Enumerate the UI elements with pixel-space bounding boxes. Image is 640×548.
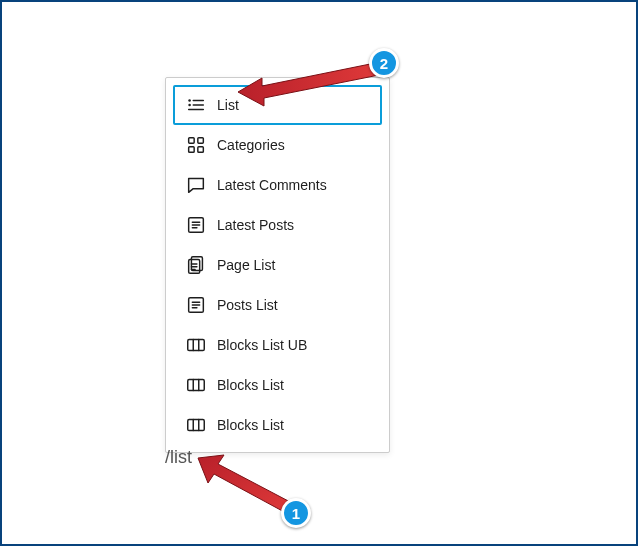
columns-icon (185, 414, 207, 436)
svg-marker-32 (198, 455, 294, 514)
block-suggestion-item[interactable]: Page List (173, 245, 382, 285)
svg-rect-28 (188, 420, 205, 431)
slash-command-text[interactable]: /list (165, 447, 192, 468)
svg-rect-8 (198, 147, 204, 153)
block-suggestion-label: List (217, 97, 370, 113)
block-suggestion-item[interactable]: Categories (173, 125, 382, 165)
list-icon (185, 94, 207, 116)
block-suggestion-item[interactable]: Latest Comments (173, 165, 382, 205)
grid-icon (185, 134, 207, 156)
lines-box-icon (185, 294, 207, 316)
annotation-arrow-1 (194, 450, 314, 520)
svg-rect-25 (188, 380, 205, 391)
block-suggestion-item[interactable]: List (173, 85, 382, 125)
block-suggestion-item[interactable]: Posts List (173, 285, 382, 325)
block-suggestion-label: Categories (217, 137, 370, 153)
columns-icon (185, 374, 207, 396)
svg-rect-5 (189, 138, 195, 144)
svg-point-0 (188, 99, 191, 102)
lines-box-icon (185, 214, 207, 236)
block-suggestion-label: Page List (217, 257, 370, 273)
svg-point-2 (188, 104, 191, 107)
block-suggestion-label: Blocks List (217, 377, 370, 393)
block-suggestion-label: Latest Posts (217, 217, 370, 233)
svg-rect-22 (188, 340, 205, 351)
block-suggestion-label: Blocks List (217, 417, 370, 433)
block-suggestion-item[interactable]: Blocks List (173, 405, 382, 445)
block-suggestion-label: Posts List (217, 297, 370, 313)
annotation-badge-2: 2 (369, 48, 399, 78)
annotation-badge-1: 1 (281, 498, 311, 528)
app-frame: ListCategoriesLatest CommentsLatest Post… (0, 0, 638, 546)
block-suggestion-item[interactable]: Blocks List UB (173, 325, 382, 365)
block-suggestions-popover: ListCategoriesLatest CommentsLatest Post… (165, 77, 390, 453)
svg-rect-6 (198, 138, 204, 144)
block-suggestion-item[interactable]: Latest Posts (173, 205, 382, 245)
svg-rect-7 (189, 147, 195, 153)
block-suggestion-label: Latest Comments (217, 177, 370, 193)
columns-icon (185, 334, 207, 356)
pages-icon (185, 254, 207, 276)
comment-icon (185, 174, 207, 196)
block-suggestion-label: Blocks List UB (217, 337, 370, 353)
block-suggestion-item[interactable]: Blocks List (173, 365, 382, 405)
